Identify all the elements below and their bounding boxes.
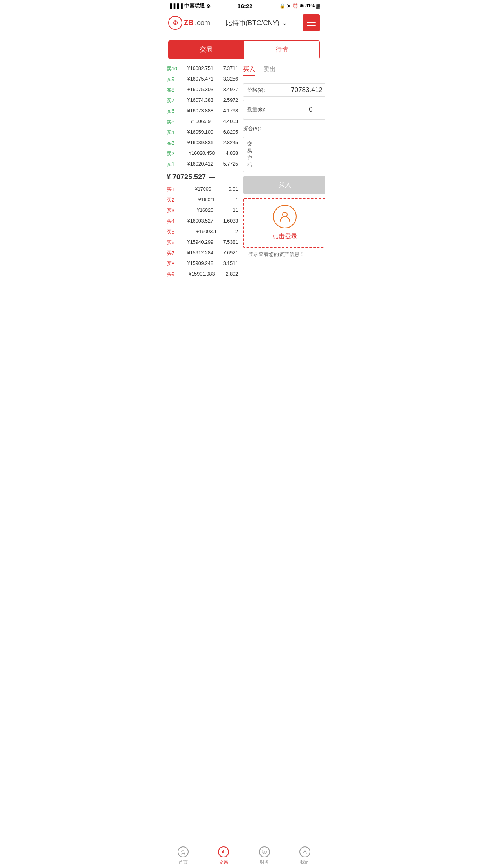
sell-label-5: 卖5 [167,119,178,125]
menu-line-1 [307,20,316,20]
current-price-row: ¥ 70725.527 — [167,170,238,184]
buy-order-6: 买6 ¥15940.299 7.5381 [167,237,238,248]
logo-circle: ② [168,16,182,30]
buy-price-9: ¥15901.083 [189,271,215,278]
tab-buy[interactable]: 买入 [243,65,255,76]
bluetooth-icon: ✱ [300,3,304,9]
menu-button[interactable] [303,14,320,31]
status-time: 16:22 [237,3,252,9]
buy-qty-9: 2.892 [226,271,238,278]
menu-lines-icon [307,20,316,26]
buy-qty-8: 3.1511 [223,261,238,267]
sell-price-6: ¥16073.888 [187,108,213,115]
sell-label-10: 卖10 [167,66,178,72]
asset-info: 登录查看您的资产信息！ [243,248,325,261]
sell-price-3: ¥16039.836 [187,140,213,147]
sell-price-4: ¥16059.109 [187,129,213,136]
main-content: 卖10 ¥16082.751 7.3711 卖9 ¥16075.471 3.32… [163,64,325,280]
buy-qty-2: 1 [235,197,238,204]
buy-qty-1: 0.01 [229,186,238,193]
sell-order-3: 卖3 ¥16039.836 2.8245 [167,138,238,149]
sell-price-1: ¥16020.412 [187,161,213,168]
price-value: 70783.412 [291,86,322,94]
password-input[interactable] [254,151,323,158]
status-right: 🔒 ➤ ⏰ ✱ 81% ▓ [279,3,320,9]
sell-qty-2: 4.838 [226,151,238,157]
buy-sell-tabs: 买入 卖出 [243,64,325,79]
sell-price-7: ¥16074.383 [187,97,213,104]
user-icon-circle [273,205,297,228]
buy-price-8: ¥15909.248 [187,261,213,267]
sell-price-8: ¥16075.303 [187,87,213,94]
buy-qty-6: 7.5381 [223,239,238,246]
asset-info-text: 登录查看您的资产信息！ [248,251,305,257]
buy-price-6: ¥15940.299 [187,239,213,246]
buy-qty-3: 11 [233,208,238,214]
sell-price-9: ¥16075.471 [187,76,213,83]
header: ② ZB .com 比特币(BTC/CNY) ⌄ [163,11,325,35]
menu-line-3 [307,25,316,26]
sell-order-4: 卖4 ¥16059.109 6.8205 [167,127,238,138]
menu-line-2 [307,22,316,23]
login-text[interactable]: 点击登录 [272,232,297,241]
sell-qty-6: 4.1798 [223,108,238,115]
buy-order-3: 买3 ¥16020 11 [167,206,238,216]
buy-price-4: ¥16003.527 [187,218,213,225]
buy-qty-5: 2 [235,229,238,235]
qty-field-row: 数量(฿): [243,100,325,120]
sell-qty-3: 2.8245 [223,140,238,147]
sell-qty-8: 3.4927 [223,87,238,94]
sell-label-6: 卖6 [167,108,178,115]
sell-qty-7: 2.5972 [223,97,238,104]
buy-price-7: ¥15912.284 [187,250,213,257]
tab-trade[interactable]: 交易 [169,41,244,59]
sell-qty-10: 7.3711 [223,66,238,72]
sell-qty-1: 5.7725 [223,161,238,168]
buy-label-7: 买7 [167,250,178,257]
buy-button[interactable]: 买入 [243,176,325,194]
sell-price-5: ¥16065.9 [190,119,211,125]
qty-label: 数量(฿): [247,106,299,113]
sell-order-5: 卖5 ¥16065.9 4.4053 [167,117,238,127]
buy-price-3: ¥16020 [197,208,213,214]
login-box[interactable]: 点击登录 [243,198,325,248]
tab-sell[interactable]: 卖出 [263,65,276,76]
sell-orders: 卖10 ¥16082.751 7.3711 卖9 ¥16075.471 3.32… [167,64,238,170]
lock-icon: 🔒 [279,3,285,9]
logo-text: ZB [184,19,193,27]
sell-order-8: 卖8 ¥16075.303 3.4927 [167,85,238,96]
pair-label: 比特币(BTC/CNY) [226,18,279,28]
main-tab-bar: 交易 行情 [168,40,320,59]
buy-price-5: ¥16003.1 [196,229,216,235]
logo-dot: .com [195,19,210,27]
dropdown-icon[interactable]: ⌄ [282,19,287,27]
password-label: 交易密码: [247,140,254,169]
buy-qty-7: 7.6921 [223,250,238,257]
sell-order-2: 卖2 ¥16020.458 4.838 [167,149,238,159]
buy-label-9: 买9 [167,271,178,278]
total-row: 折合(¥): [243,123,325,134]
sell-label-1: 卖1 [167,161,178,168]
buy-orders: 买1 ¥17000 0.01 买2 ¥16021 1 买3 ¥16020 11 … [167,184,238,280]
buy-order-8: 买8 ¥15909.248 3.1511 [167,259,238,269]
sell-order-9: 卖9 ¥16075.471 3.3256 [167,74,238,85]
price-label: 价格(¥): [247,86,291,94]
tab-market[interactable]: 行情 [244,41,319,59]
sell-label-9: 卖9 [167,76,178,83]
current-price: ¥ 70725.527 [167,173,206,181]
location-icon: ➤ [287,3,291,9]
carrier-text: 中国联通 [184,2,205,9]
sell-order-10: 卖10 ¥16082.751 7.3711 [167,64,238,74]
sell-qty-5: 4.4053 [223,119,238,125]
total-label: 折合(¥): [243,125,261,132]
user-icon [279,210,291,223]
wifi-icon: ⊗ [206,3,211,9]
price-direction-icon: — [209,174,215,181]
sell-price-2: ¥16020.458 [189,151,215,157]
sell-qty-4: 6.8205 [223,129,238,136]
buy-label-3: 买3 [167,208,178,214]
qty-input[interactable] [299,103,323,117]
buy-label-6: 买6 [167,239,178,246]
sell-qty-9: 3.3256 [223,76,238,83]
password-row[interactable]: 交易密码: [243,137,325,172]
